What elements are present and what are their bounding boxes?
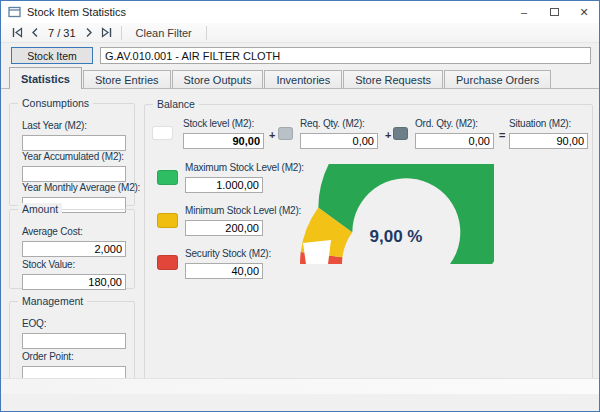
eoq-label: EOQ: [22,318,46,329]
minimum-stock-swatch [157,213,178,228]
equals-operator: = [499,129,505,141]
req-qty-field[interactable] [300,133,378,149]
stock-level-swatch [152,126,173,140]
plus-operator: + [385,129,391,141]
security-stock-swatch [157,255,178,270]
tab-store-outputs[interactable]: Store Outputs [172,70,264,89]
stock-gauge: 9,00 % [298,164,494,268]
req-qty-swatch [278,127,293,140]
maximum-stock-label: Maximum Stock Level (M2): [185,162,304,173]
consumptions-group: Consumptions Last Year (M2): Year Accumu… [9,103,135,206]
stock-level-field[interactable] [183,133,264,149]
stock-value-label: Stock Value: [22,259,75,270]
tab-statistics[interactable]: Statistics [9,67,82,89]
situation-field[interactable] [509,133,588,149]
previous-record-icon[interactable] [26,24,44,42]
tabstrip: Statistics Store Entries Store Outputs I… [1,67,599,89]
situation-label: Situation (M2): [509,118,571,129]
req-qty-label: Req. Qty. (M2): [300,118,365,129]
record-navigator: 7 / 31 Clean Filter [1,23,599,43]
maximize-icon[interactable] [539,2,569,23]
amount-group: Amount Average Cost: Stock Value: [9,209,135,289]
group-title: Balance [153,98,199,110]
order-point-label: Order Point: [22,351,74,362]
average-cost-label: Average Cost: [22,226,83,237]
balance-group: Balance Stock level (M2): + Req. Qty. (M… [144,104,593,381]
close-icon[interactable]: ✕ [569,2,599,23]
maximum-stock-swatch [157,170,178,185]
group-title: Management [18,295,87,307]
minimize-icon[interactable]: – [509,2,539,23]
app-icon [8,6,21,18]
ord-qty-swatch [393,127,408,140]
statistics-panel: Consumptions Last Year (M2): Year Accumu… [1,88,599,394]
tab-purchase-orders[interactable]: Purchase Orders [444,70,551,89]
minimum-stock-label: Minimum Stock Level (M2): [185,205,301,216]
year-accumulated-label: Year Accumulated (M2): [22,151,124,162]
toolbar-separator [206,26,207,40]
plus-operator: + [269,129,275,141]
maximum-stock-field[interactable] [185,177,263,193]
record-counter: 7 / 31 [44,27,80,39]
next-record-icon[interactable] [80,24,98,42]
status-strip [1,378,599,394]
last-record-icon[interactable] [98,24,116,42]
stock-level-label: Stock level (M2): [183,118,254,129]
ord-qty-field[interactable] [415,133,494,149]
stock-item-input[interactable] [100,47,591,64]
window-title: Stock Item Statistics [27,6,509,18]
ord-qty-label: Ord. Qty. (M2): [415,118,478,129]
stock-value-field[interactable] [22,274,126,290]
clean-filter-button[interactable]: Clean Filter [127,24,201,42]
tab-store-requests[interactable]: Store Requests [343,70,443,89]
tab-store-entries[interactable]: Store Entries [83,70,171,89]
stock-item-row: Stock Item [1,43,599,67]
first-record-icon[interactable] [8,24,26,42]
svg-text:9,00 %: 9,00 % [370,227,423,246]
security-stock-field[interactable] [185,263,263,279]
security-stock-label: Security Stock (M2): [185,248,271,259]
tab-inventories[interactable]: Inventories [264,70,342,89]
app-window: Stock Item Statistics – ✕ 7 / 31 Clean F… [0,0,600,412]
year-monthly-average-label: Year Monthly Average (M2): [22,182,140,193]
titlebar: Stock Item Statistics – ✕ [1,1,599,23]
last-year-label: Last Year (M2): [22,120,87,131]
stock-item-button[interactable]: Stock Item [11,47,93,64]
management-group: Management EOQ: Order Point: [9,301,135,381]
group-title: Amount [18,203,62,215]
minimum-stock-field[interactable] [185,220,263,236]
toolbar-separator [121,26,122,40]
group-title: Consumptions [18,97,93,109]
